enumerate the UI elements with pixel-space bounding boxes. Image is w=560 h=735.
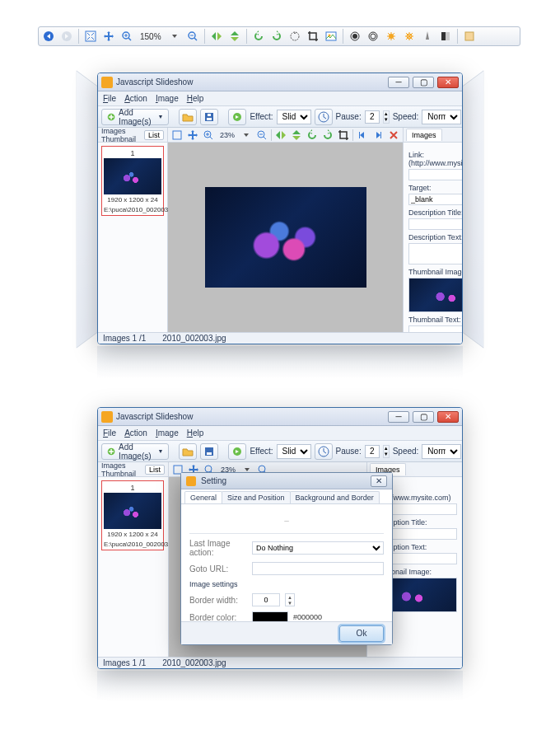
list-toggle-button[interactable]: List: [144, 130, 164, 140]
zoom-out-icon[interactable]: [255, 129, 268, 141]
tab-general[interactable]: General: [184, 491, 222, 503]
svg-rect-19: [207, 118, 212, 120]
prev-icon[interactable]: [356, 129, 369, 141]
zoom-out-icon[interactable]: [184, 28, 201, 44]
target-input[interactable]: [408, 194, 463, 205]
pause-icon[interactable]: [315, 109, 333, 125]
speed-select[interactable]: Normal: [422, 110, 461, 124]
open-button[interactable]: [179, 109, 197, 125]
contrast-down-icon[interactable]: [383, 28, 399, 44]
crop-icon[interactable]: [305, 28, 321, 44]
flip-h-icon[interactable]: [274, 129, 287, 141]
thumbnail-text-input[interactable]: [408, 325, 463, 332]
flip-horizontal-icon[interactable]: [208, 28, 225, 44]
pause-spinner[interactable]: ▲▼: [383, 445, 390, 458]
zoom-in-icon[interactable]: [119, 28, 135, 44]
delete-icon[interactable]: [387, 129, 400, 141]
close-button[interactable]: ✕: [437, 77, 459, 88]
first-icon[interactable]: [40, 28, 57, 44]
menu-help[interactable]: Help: [187, 94, 204, 103]
minimize-button[interactable]: ─: [388, 77, 409, 88]
open-button[interactable]: [179, 443, 197, 460]
move-icon[interactable]: [100, 28, 117, 44]
description-title-input[interactable]: [408, 218, 463, 230]
menu-file[interactable]: File: [103, 428, 116, 438]
menu-action[interactable]: Action: [124, 428, 147, 438]
pause-icon[interactable]: [315, 443, 333, 460]
description-text-input[interactable]: [408, 243, 463, 265]
goto-url-input[interactable]: [252, 562, 384, 575]
last-icon[interactable]: [58, 28, 75, 44]
thumbnail-item[interactable]: 1 1920 x 1200 x 24 E:\puca\2010_002003.j…: [101, 146, 164, 216]
brightness-up-icon[interactable]: [365, 28, 381, 44]
effect-select[interactable]: Slide: [277, 444, 311, 459]
crop-icon[interactable]: [337, 129, 350, 141]
window-title: Javascript Slideshow: [116, 77, 385, 87]
zoom-dropdown-icon[interactable]: [166, 28, 183, 44]
thumbnail-item[interactable]: 1 1920 x 1200 x 24 E:\puca\2010_002003.j…: [101, 480, 164, 550]
separator: [204, 29, 205, 44]
maximize-button[interactable]: ▢: [413, 411, 434, 423]
snapshot-icon[interactable]: [323, 28, 339, 44]
speed-select[interactable]: Normal: [422, 444, 461, 459]
close-button[interactable]: ✕: [437, 411, 459, 423]
add-images-button[interactable]: Add Image(s) ▼: [101, 109, 169, 125]
rotate-free-icon[interactable]: [287, 28, 303, 44]
sharpen-icon[interactable]: [419, 28, 436, 44]
pause-spinner[interactable]: ▲▼: [383, 110, 390, 124]
minimize-button[interactable]: ─: [388, 411, 409, 423]
pause-input[interactable]: [365, 445, 380, 458]
fit-screen-icon[interactable]: [82, 28, 99, 44]
flip-v-icon[interactable]: [290, 129, 303, 141]
menu-image[interactable]: Image: [156, 94, 179, 103]
maximize-button[interactable]: ▢: [413, 77, 434, 88]
zoom-in-icon[interactable]: [202, 129, 215, 141]
preview-toolbar: 23%: [168, 128, 403, 143]
tab-background-border[interactable]: Background and Border: [290, 491, 380, 503]
border-width-spinner[interactable]: ▲▼: [285, 593, 295, 606]
svg-rect-26: [173, 131, 181, 139]
description-text-label: Description Text:: [408, 233, 463, 241]
thumbnail-panel-title: Images Thumbnail: [101, 127, 141, 143]
preview-zoom-level: 23%: [217, 131, 237, 139]
tab-size-position[interactable]: Size and Position: [222, 491, 291, 503]
grayscale-icon[interactable]: [437, 28, 454, 44]
effect-icon[interactable]: [228, 443, 246, 460]
save-button[interactable]: [200, 443, 218, 460]
list-toggle-button[interactable]: List: [145, 465, 165, 475]
rotate-left-icon[interactable]: [250, 28, 267, 44]
fit-icon[interactable]: [170, 129, 184, 141]
save-button[interactable]: [200, 109, 218, 125]
dialog-close-button[interactable]: ✕: [371, 475, 387, 487]
add-images-button[interactable]: Add Image(s)▼: [101, 443, 169, 460]
link-input[interactable]: [408, 169, 463, 180]
pause-label: Pause:: [336, 112, 362, 121]
zoom-dropdown-icon[interactable]: [240, 129, 253, 141]
rotate-r-icon[interactable]: [321, 129, 334, 141]
border-width-input[interactable]: [252, 593, 280, 606]
effect-select[interactable]: Slide: [277, 110, 311, 124]
hand-icon[interactable]: [186, 129, 199, 141]
menu-help[interactable]: Help: [187, 428, 204, 438]
separator: [271, 129, 272, 141]
flip-vertical-icon[interactable]: [226, 28, 243, 44]
thumbnail-path: E:\puca\2010_002003.jpg: [104, 204, 161, 214]
svg-point-10: [371, 34, 376, 39]
tab-images[interactable]: Images: [406, 129, 442, 141]
contrast-up-icon[interactable]: [401, 28, 418, 44]
effect-icon[interactable]: [228, 109, 246, 125]
next-icon[interactable]: [371, 129, 385, 141]
pause-input[interactable]: [365, 110, 380, 124]
menu-file[interactable]: File: [103, 94, 116, 103]
menu-image[interactable]: Image: [156, 428, 179, 438]
svg-rect-29: [359, 132, 360, 138]
rotate-l-icon[interactable]: [306, 129, 319, 141]
last-action-select[interactable]: Do Nothing: [252, 541, 384, 555]
preview-panel: 23%: [168, 128, 403, 332]
ok-button[interactable]: Ok: [339, 625, 384, 642]
brightness-down-icon[interactable]: [347, 28, 363, 44]
rotate-right-icon[interactable]: [268, 28, 285, 44]
thumbnail-image: [104, 158, 161, 194]
reset-icon[interactable]: [461, 28, 478, 44]
menu-action[interactable]: Action: [124, 94, 147, 103]
